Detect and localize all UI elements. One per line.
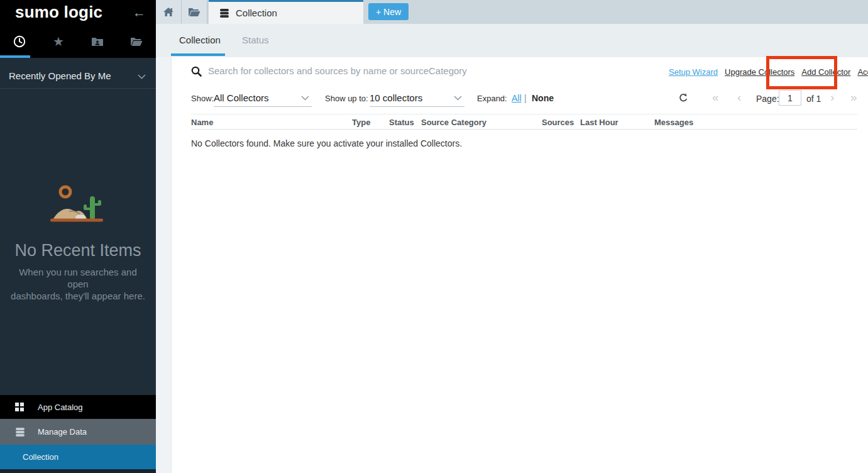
last-page-button[interactable]: » bbox=[850, 92, 857, 103]
show-up-to-underline bbox=[370, 106, 464, 107]
star-icon: ★ bbox=[53, 34, 64, 49]
column-header-last-hour: Last Hour bbox=[580, 118, 618, 127]
collection-label: Collection bbox=[23, 452, 58, 462]
divider bbox=[0, 88, 156, 89]
new-button[interactable]: + New bbox=[368, 3, 409, 20]
home-icon bbox=[163, 7, 174, 17]
collection-content: Setup Wizard Upgrade Collectors Add Coll… bbox=[171, 57, 868, 473]
sidebar-item-app-catalog[interactable]: App Catalog bbox=[0, 395, 156, 419]
database-icon bbox=[219, 8, 229, 18]
desert-illustration bbox=[48, 184, 106, 223]
filter-row: Show: All Collectors Show up to: 10 coll… bbox=[172, 89, 868, 109]
sidebar: sumo logic ← ★ bbox=[0, 0, 156, 473]
manage-data-label: Manage Data bbox=[38, 427, 87, 437]
expand-all-link[interactable]: All bbox=[512, 93, 522, 103]
column-header-name: Name bbox=[191, 118, 213, 127]
subtab-collection[interactable]: Collection bbox=[179, 35, 221, 45]
search-icon bbox=[191, 66, 202, 77]
recently-opened-dropdown[interactable]: Recently Opened By Me bbox=[0, 65, 156, 87]
tab-favorites[interactable]: ★ bbox=[39, 30, 78, 53]
column-header-status: Status bbox=[389, 118, 414, 127]
desc-line-2: dashboards, they'll appear here. bbox=[11, 291, 145, 301]
first-page-button[interactable]: « bbox=[712, 92, 719, 103]
main-area: Collection + New Collection Status Setup… bbox=[156, 0, 868, 473]
home-button[interactable] bbox=[156, 0, 182, 24]
show-up-to-label: Show up to: bbox=[325, 94, 368, 103]
show-dropdown[interactable]: All Collectors bbox=[214, 92, 269, 103]
table-top-border bbox=[191, 114, 857, 114]
no-recent-items-title: No Recent Items bbox=[0, 241, 156, 260]
column-header-source-category: Source Category bbox=[421, 118, 486, 127]
recently-opened-label: Recently Opened By Me bbox=[9, 70, 111, 81]
sidebar-icon-tabs: ★ bbox=[0, 30, 156, 53]
desc-line-1: When you run searches and open bbox=[19, 267, 137, 289]
clock-icon bbox=[13, 35, 26, 48]
search-input[interactable] bbox=[208, 63, 598, 78]
access-keys-link[interactable]: Access Keys bbox=[857, 67, 868, 77]
page-of-label: of 1 bbox=[806, 94, 821, 104]
folder-person-icon bbox=[91, 36, 104, 47]
table-header-border bbox=[191, 129, 857, 130]
expand-label: Expand: bbox=[477, 94, 507, 103]
subtab-status[interactable]: Status bbox=[242, 35, 269, 45]
chevron-down-icon[interactable] bbox=[454, 96, 462, 101]
sidebar-item-manage-data[interactable]: Manage Data bbox=[0, 419, 156, 445]
folder-icon bbox=[188, 8, 201, 17]
annotation-highlight-box bbox=[766, 56, 837, 89]
no-recent-items-description: When you run searches and open dashboard… bbox=[9, 266, 147, 302]
app-logo: sumo logic bbox=[15, 3, 102, 22]
app-catalog-label: App Catalog bbox=[38, 403, 83, 412]
chevron-down-icon bbox=[138, 74, 146, 79]
column-header-type: Type bbox=[352, 118, 370, 127]
tab-recents[interactable] bbox=[0, 30, 39, 53]
column-header-messages: Messages bbox=[654, 118, 693, 127]
next-page-button[interactable]: › bbox=[830, 92, 834, 103]
sidebar-item-collection[interactable]: Collection bbox=[0, 445, 156, 469]
tab-library[interactable] bbox=[117, 30, 156, 53]
empty-table-message: No Collectors found. Make sure you activ… bbox=[191, 138, 462, 148]
subtab-bar: Collection Status bbox=[156, 24, 868, 57]
chevron-down-icon[interactable] bbox=[301, 96, 309, 101]
setup-wizard-link[interactable]: Setup Wizard bbox=[669, 67, 718, 77]
separator: | bbox=[524, 93, 527, 103]
collapse-sidebar-icon[interactable]: ← bbox=[133, 5, 146, 20]
tab-shared[interactable] bbox=[78, 30, 117, 53]
show-dropdown-underline bbox=[214, 106, 312, 107]
prev-page-button[interactable]: ‹ bbox=[737, 92, 741, 103]
database-icon bbox=[15, 427, 25, 437]
top-tab-strip: Collection + New bbox=[156, 0, 868, 24]
tab-collection[interactable]: Collection bbox=[209, 0, 363, 24]
grid-icon bbox=[15, 403, 25, 411]
page-label: Page: bbox=[756, 94, 779, 104]
open-folder-icon bbox=[130, 36, 143, 47]
page-number-input[interactable] bbox=[779, 90, 801, 106]
library-button[interactable] bbox=[182, 0, 207, 24]
expand-none-link[interactable]: None bbox=[532, 93, 554, 103]
show-up-to-dropdown[interactable]: 10 collectors bbox=[370, 92, 422, 103]
logo-area: sumo logic ← ★ bbox=[0, 0, 156, 58]
active-tab-underline bbox=[0, 55, 30, 58]
content-gutter bbox=[156, 57, 171, 473]
show-label: Show: bbox=[191, 94, 214, 103]
subtab-active-underline bbox=[171, 53, 225, 56]
column-header-sources: Sources bbox=[542, 118, 574, 127]
refresh-icon[interactable] bbox=[678, 92, 689, 103]
tab-collection-label: Collection bbox=[236, 8, 277, 18]
sidebar-bottom-strip bbox=[0, 469, 156, 473]
